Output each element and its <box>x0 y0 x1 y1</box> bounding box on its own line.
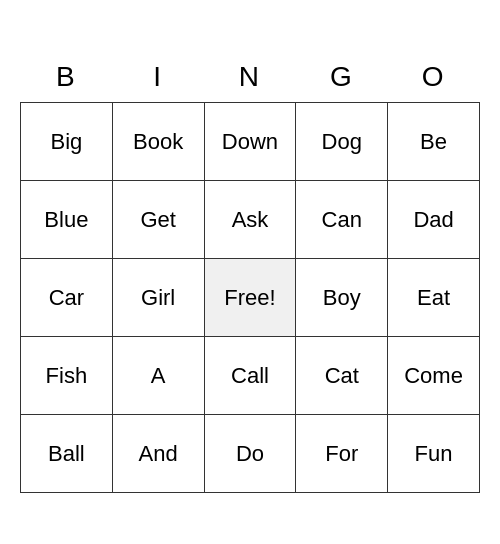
cell-r1-c3: Can <box>296 181 388 259</box>
cell-r4-c4: Fun <box>388 415 480 493</box>
cell-r4-c3: For <box>296 415 388 493</box>
cell-r0-c2: Down <box>204 103 296 181</box>
cell-r3-c0: Fish <box>21 337 113 415</box>
header-col-n: N <box>204 51 296 103</box>
cell-r1-c0: Blue <box>21 181 113 259</box>
header-col-o: O <box>388 51 480 103</box>
cell-r3-c3: Cat <box>296 337 388 415</box>
cell-r3-c1: A <box>112 337 204 415</box>
header-col-g: G <box>296 51 388 103</box>
cell-r4-c2: Do <box>204 415 296 493</box>
table-row: CarGirlFree!BoyEat <box>21 259 480 337</box>
cell-r0-c0: Big <box>21 103 113 181</box>
table-row: BallAndDoForFun <box>21 415 480 493</box>
cell-r2-c1: Girl <box>112 259 204 337</box>
cell-r0-c1: Book <box>112 103 204 181</box>
cell-r4-c0: Ball <box>21 415 113 493</box>
cell-r2-c4: Eat <box>388 259 480 337</box>
cell-r3-c2: Call <box>204 337 296 415</box>
cell-r1-c1: Get <box>112 181 204 259</box>
table-row: BlueGetAskCanDad <box>21 181 480 259</box>
cell-r0-c3: Dog <box>296 103 388 181</box>
bingo-header-row: BINGO <box>21 51 480 103</box>
header-col-i: I <box>112 51 204 103</box>
cell-r3-c4: Come <box>388 337 480 415</box>
cell-r2-c3: Boy <box>296 259 388 337</box>
cell-r4-c1: And <box>112 415 204 493</box>
cell-r1-c4: Dad <box>388 181 480 259</box>
table-row: BigBookDownDogBe <box>21 103 480 181</box>
cell-r0-c4: Be <box>388 103 480 181</box>
bingo-card: BINGO BigBookDownDogBeBlueGetAskCanDadCa… <box>20 51 480 494</box>
cell-r2-c0: Car <box>21 259 113 337</box>
cell-r2-c2: Free! <box>204 259 296 337</box>
header-col-b: B <box>21 51 113 103</box>
cell-r1-c2: Ask <box>204 181 296 259</box>
table-row: FishACallCatCome <box>21 337 480 415</box>
